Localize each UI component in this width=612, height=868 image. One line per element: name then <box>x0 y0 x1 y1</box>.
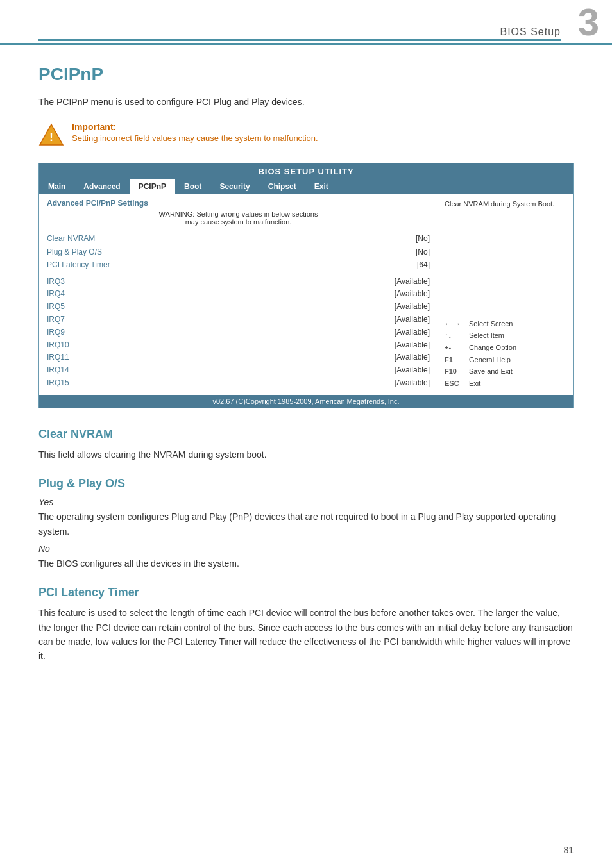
page-number: 81 <box>563 845 574 855</box>
irq-value: [Available] <box>395 377 430 390</box>
section-text-clear-nvram: This field allows clearing the NVRAM dur… <box>38 447 574 462</box>
irq-value: [Available] <box>395 364 430 377</box>
bios-nav-bar: Main Advanced PCIPnP Boot Security Chips… <box>39 179 573 194</box>
section-heading-pci-latency: PCI Latency Timer <box>38 586 574 599</box>
key-symbol: ← → <box>445 318 464 330</box>
irq-label: IRQ11 <box>47 351 69 364</box>
option-desc: The operating system configures Plug and… <box>38 510 574 538</box>
irq-label: IRQ4 <box>47 288 65 301</box>
bios-irq-item[interactable]: IRQ10[Available] <box>47 339 430 352</box>
warning-icon: ! <box>38 122 64 147</box>
page-header: BIOS Setup 3 <box>0 0 612 45</box>
bios-warning-text: WARNING: Setting wrong values in below s… <box>47 210 430 226</box>
bios-side-panel: Clear NVRAM during System Boot. ← →Selec… <box>438 194 573 394</box>
section-heading-clear-nvram: Clear NVRAM <box>38 428 574 441</box>
irq-label: IRQ5 <box>47 301 65 313</box>
nav-item-exit[interactable]: Exit <box>305 179 337 194</box>
irq-label: IRQ9 <box>47 326 65 339</box>
bios-key-row: +-Change Option <box>445 342 566 354</box>
nav-item-main[interactable]: Main <box>39 179 74 194</box>
irq-label: IRQ7 <box>47 313 65 326</box>
page-title: PCIPnP <box>38 64 574 85</box>
key-symbol: ↑↓ <box>445 330 464 342</box>
bios-key-row: ← →Select Screen <box>445 318 566 330</box>
nav-item-security[interactable]: Security <box>210 179 259 194</box>
section-heading-plug-play-os: Plug & Play O/S <box>38 477 574 490</box>
bios-irq-item[interactable]: IRQ4[Available] <box>47 288 430 301</box>
bios-item-label: PCI Latency Timer <box>47 258 110 271</box>
sections-container: Clear NVRAMThis field allows clearing th… <box>38 428 574 664</box>
bios-section-header: Advanced PCI/PnP Settings <box>47 199 430 208</box>
bios-irq-item[interactable]: IRQ7[Available] <box>47 313 430 326</box>
nav-item-chipset[interactable]: Chipset <box>259 179 305 194</box>
irq-value: [Available] <box>395 301 430 313</box>
irq-value: [Available] <box>395 276 430 288</box>
bios-item-label: Plug & Play O/S <box>47 246 102 258</box>
bios-irq-item[interactable]: IRQ14[Available] <box>47 364 430 377</box>
option-label: Yes <box>38 497 574 507</box>
bios-key-row: ↑↓Select Item <box>445 330 566 342</box>
key-action: Save and Exit <box>469 365 513 378</box>
key-symbol: F10 <box>445 365 464 378</box>
bios-irq-item[interactable]: IRQ9[Available] <box>47 326 430 339</box>
bios-footer-bar: v02.67 (C)Copyright 1985-2009, American … <box>39 395 573 408</box>
bios-irq-item[interactable]: IRQ5[Available] <box>47 301 430 313</box>
side-info: Clear NVRAM during System Boot. <box>445 199 566 210</box>
irq-label: IRQ14 <box>47 364 69 377</box>
key-action: Change Option <box>469 342 516 354</box>
bios-item[interactable]: Plug & Play O/S[No] <box>47 246 430 258</box>
warning-title: Important: <box>72 122 318 132</box>
key-symbol: F1 <box>445 354 464 366</box>
bios-irq-item[interactable]: IRQ3[Available] <box>47 276 430 288</box>
irq-value: [Available] <box>395 339 430 352</box>
irq-label: IRQ15 <box>47 377 69 390</box>
bios-items-container: Clear NVRAM[No]Plug & Play O/S[No]PCI La… <box>47 232 430 271</box>
nav-item-boot[interactable]: Boot <box>175 179 210 194</box>
key-symbol: +- <box>445 342 464 354</box>
option-desc: The BIOS configures all the devices in t… <box>38 556 574 571</box>
irq-value: [Available] <box>395 351 430 364</box>
bios-keys-container: ← →Select Screen↑↓Select Item+-Change Op… <box>445 318 566 390</box>
warning-box: ! Important: Setting incorrect field val… <box>38 122 574 147</box>
bios-item[interactable]: Clear NVRAM[No] <box>47 232 430 245</box>
key-action: Exit <box>469 378 480 390</box>
section-text-pci-latency: This feature is used to select the lengt… <box>38 606 574 664</box>
bios-key-row: F10Save and Exit <box>445 365 566 378</box>
bios-main-panel: Advanced PCI/PnP Settings WARNING: Setti… <box>39 194 438 394</box>
main-content: PCIPnP The PCIPnP menu is used to config… <box>0 45 612 689</box>
bios-utility-table: BIOS SETUP UTILITY Main Advanced PCIPnP … <box>38 163 574 408</box>
bios-setup-label: BIOS Setup <box>500 26 561 38</box>
irq-label: IRQ3 <box>47 276 65 288</box>
irq-label: IRQ10 <box>47 339 69 352</box>
bios-title-bar: BIOS SETUP UTILITY <box>39 163 573 179</box>
irq-value: [Available] <box>395 326 430 339</box>
bios-irq-item[interactable]: IRQ11[Available] <box>47 351 430 364</box>
bios-content-area: Advanced PCI/PnP Settings WARNING: Setti… <box>39 194 573 394</box>
bios-key-row: ESCExit <box>445 378 566 390</box>
bios-irq-item[interactable]: IRQ15[Available] <box>47 377 430 390</box>
nav-item-pcipnp[interactable]: PCIPnP <box>130 179 175 194</box>
chapter-number: 3 <box>578 3 599 42</box>
bios-item-value: [No] <box>416 246 430 258</box>
irq-value: [Available] <box>395 313 430 326</box>
nav-item-advanced[interactable]: Advanced <box>74 179 129 194</box>
bios-item-value: [No] <box>416 232 430 245</box>
key-action: Select Item <box>469 330 504 342</box>
intro-text: The PCIPnP menu is used to configure PCI… <box>38 95 574 109</box>
bios-irq-container: IRQ3[Available]IRQ4[Available]IRQ5[Avail… <box>47 276 430 390</box>
option-label: No <box>38 544 574 554</box>
key-action: General Help <box>469 354 511 366</box>
bios-item[interactable]: PCI Latency Timer[64] <box>47 258 430 271</box>
svg-text:!: ! <box>49 131 53 144</box>
bios-item-value: [64] <box>417 258 430 271</box>
warning-body: Setting incorrect field values may cause… <box>72 132 318 145</box>
bios-key-row: F1General Help <box>445 354 566 366</box>
key-action: Select Screen <box>469 318 513 330</box>
bios-item-label: Clear NVRAM <box>47 232 95 245</box>
key-symbol: ESC <box>445 378 464 390</box>
irq-value: [Available] <box>395 288 430 301</box>
warning-text: Important: Setting incorrect field value… <box>72 122 318 145</box>
